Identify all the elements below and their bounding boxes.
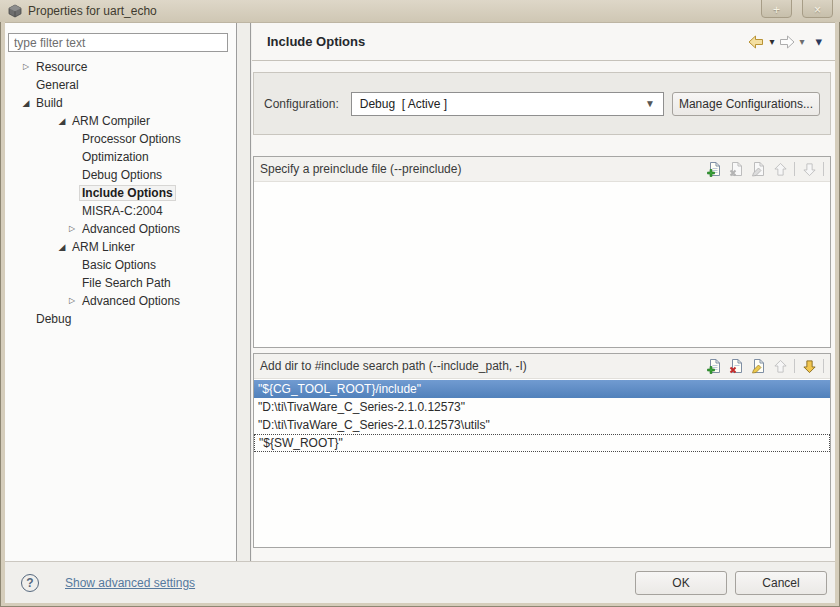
configuration-group: Configuration: Debug [ Active ] ▼ Manage… <box>253 72 831 135</box>
chevron-down-icon: ▼ <box>645 98 655 109</box>
sidebar-item-advanced-options-linker[interactable]: ▷ Advanced Options <box>5 292 235 310</box>
filter-input[interactable] <box>8 33 228 52</box>
title-bar[interactable]: Properties for uart_echo + × <box>0 0 840 22</box>
close-icon: × <box>814 3 821 17</box>
add-entry-icon[interactable] <box>706 358 722 374</box>
move-up-icon[interactable] <box>772 358 788 374</box>
back-dropdown-icon[interactable]: ▾ <box>768 36 775 47</box>
properties-tree: ▷ Resource General ◢ Build ◢ ARM Compile… <box>5 58 235 328</box>
edit-entry-icon[interactable] <box>750 161 766 177</box>
preinclude-header: Specify a preinclude file (--preinclude) <box>254 157 830 182</box>
configuration-label: Configuration: <box>264 97 339 111</box>
forward-button[interactable] <box>778 35 795 49</box>
include-path-list: "${CG_TOOL_ROOT}/include" "D:\ti\TivaWar… <box>254 380 830 452</box>
sidebar-item-processor-options[interactable]: Processor Options <box>5 130 235 148</box>
toolbar-separator <box>823 359 824 373</box>
toolbar-separator <box>794 162 795 176</box>
preinclude-toolbar <box>706 161 824 177</box>
window-title: Properties for uart_echo <box>28 4 157 18</box>
back-icon <box>748 35 765 49</box>
page-title: Include Options <box>267 34 365 49</box>
move-down-icon[interactable] <box>801 358 817 374</box>
move-down-icon[interactable] <box>801 161 817 177</box>
include-path-entry[interactable]: "D:\ti\TivaWare_C_Series-2.1.0.12573\uti… <box>254 416 830 434</box>
expander-collapsed-icon[interactable]: ▷ <box>65 292 79 310</box>
configuration-combo[interactable]: Debug [ Active ] ▼ <box>351 92 664 116</box>
page-content: Configuration: Debug [ Active ] ▼ Manage… <box>252 62 835 561</box>
forward-icon <box>778 35 795 49</box>
view-menu-icon[interactable]: ▾ <box>814 34 823 49</box>
include-path-entry[interactable]: "${SW_ROOT}" <box>254 434 830 452</box>
help-icon[interactable]: ? <box>21 574 39 592</box>
include-path-toolbar <box>706 358 824 374</box>
sidebar-item-arm-compiler[interactable]: ◢ ARM Compiler <box>5 112 235 130</box>
sidebar-item-build[interactable]: ◢ Build <box>5 94 235 112</box>
expander-collapsed-icon[interactable]: ▷ <box>65 220 79 238</box>
delete-entry-icon[interactable] <box>728 161 744 177</box>
include-path-title: Add dir to #include search path (--inclu… <box>260 359 527 373</box>
show-advanced-settings-link[interactable]: Show advanced settings <box>65 576 195 590</box>
forward-dropdown-icon[interactable]: ▾ <box>798 36 805 47</box>
sidebar-item-basic-options[interactable]: Basic Options <box>5 256 235 274</box>
include-path-entry[interactable]: "${CG_TOOL_ROOT}/include" <box>254 380 830 398</box>
back-button[interactable] <box>748 35 765 49</box>
app-icon <box>8 4 22 18</box>
ok-button[interactable]: OK <box>635 571 727 595</box>
include-path-entry[interactable]: "D:\ti\TivaWare_C_Series-2.1.0.12573" <box>254 398 830 416</box>
toolbar-separator <box>823 162 824 176</box>
sidebar-item-resource[interactable]: ▷ Resource <box>5 58 235 76</box>
configuration-value: Debug [ Active ] <box>360 97 447 111</box>
expander-collapsed-icon[interactable]: ▷ <box>19 58 33 76</box>
manage-configurations-button[interactable]: Manage Configurations... <box>672 92 820 116</box>
preinclude-section: Specify a preinclude file (--preinclude) <box>253 156 831 348</box>
dialog-footer: ? Show advanced settings OK Cancel <box>5 561 835 603</box>
history-nav: ▾ ▾ ▾ <box>748 34 823 49</box>
preinclude-title: Specify a preinclude file (--preinclude) <box>260 162 461 176</box>
properties-dialog: Properties for uart_echo + × ▷ Resource … <box>0 0 840 607</box>
toolbar-separator <box>794 359 795 373</box>
settings-panel: Include Options ▾ ▾ ▾ <box>252 23 835 561</box>
sidebar-item-include-options[interactable]: Include Options <box>5 184 235 202</box>
panel-splitter[interactable] <box>238 23 251 561</box>
maximize-icon: + <box>773 3 780 17</box>
edit-entry-icon[interactable] <box>750 358 766 374</box>
include-path-section: Add dir to #include search path (--inclu… <box>253 353 831 548</box>
expander-expanded-icon[interactable]: ◢ <box>19 94 33 112</box>
sidebar-item-debug[interactable]: Debug <box>5 310 235 328</box>
cancel-button[interactable]: Cancel <box>735 571 827 595</box>
page-header: Include Options ▾ ▾ ▾ <box>252 23 835 61</box>
sidebar-item-debug-options[interactable]: Debug Options <box>5 166 235 184</box>
dialog-body: ▷ Resource General ◢ Build ◢ ARM Compile… <box>5 22 835 602</box>
maximize-button[interactable]: + <box>761 0 792 18</box>
sidebar-item-file-search-path[interactable]: File Search Path <box>5 274 235 292</box>
sidebar-item-misra-c-2004[interactable]: MISRA-C:2004 <box>5 202 235 220</box>
sidebar-item-optimization[interactable]: Optimization <box>5 148 235 166</box>
add-entry-icon[interactable] <box>706 161 722 177</box>
sidebar-item-advanced-options-compiler[interactable]: ▷ Advanced Options <box>5 220 235 238</box>
expander-expanded-icon[interactable]: ◢ <box>55 238 69 256</box>
expander-expanded-icon[interactable]: ◢ <box>55 112 69 130</box>
close-button[interactable]: × <box>802 0 833 18</box>
delete-entry-icon[interactable] <box>728 358 744 374</box>
sidebar-item-arm-linker[interactable]: ◢ ARM Linker <box>5 238 235 256</box>
sidebar-item-general[interactable]: General <box>5 76 235 94</box>
include-path-header: Add dir to #include search path (--inclu… <box>254 354 830 379</box>
move-up-icon[interactable] <box>772 161 788 177</box>
properties-tree-panel: ▷ Resource General ◢ Build ◢ ARM Compile… <box>5 23 237 561</box>
